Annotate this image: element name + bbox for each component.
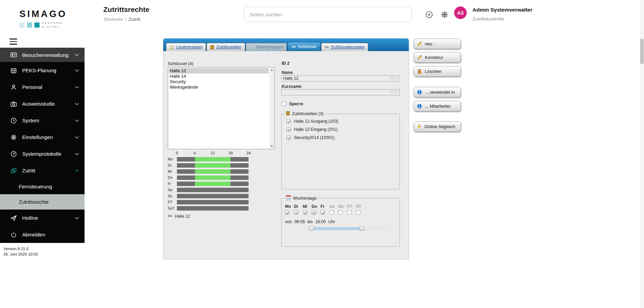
sidebar-item-label: Abmelden bbox=[22, 232, 45, 237]
sidebar-item-abmelden[interactable]: Abmelden bbox=[0, 226, 85, 243]
time-von-label: von bbox=[285, 219, 292, 224]
station-row: Halle 12 Ausgang (203) bbox=[286, 118, 400, 125]
breadcrumb-separator: / bbox=[125, 17, 126, 22]
list-item[interactable]: Werksgelände bbox=[169, 84, 269, 90]
station-checkbox[interactable] bbox=[286, 127, 291, 132]
menu-toggle-icon[interactable] bbox=[10, 38, 17, 46]
scroll-down-icon[interactable] bbox=[269, 144, 274, 149]
chart-row: Do bbox=[168, 174, 249, 181]
tab-label: Schlüsselgruppen bbox=[331, 45, 365, 49]
sidebar-item-hotline[interactable]: Hotline bbox=[0, 210, 85, 226]
slider-handle-start[interactable] bbox=[309, 226, 314, 231]
tab-zutrittsstellen[interactable]: Zutrittsstellen bbox=[207, 43, 245, 51]
sidebar-item-einstellungen[interactable]: Einstellungen bbox=[0, 129, 85, 145]
sidebar-item-label: Systemprotokolle bbox=[22, 151, 61, 157]
weekday-checkbox[interactable] bbox=[338, 210, 343, 215]
search-input[interactable] bbox=[244, 7, 412, 22]
list-item[interactable]: Security bbox=[169, 79, 269, 84]
sidebar-item-personal[interactable]: Personal bbox=[0, 79, 85, 95]
weekday-checkbox[interactable] bbox=[329, 210, 334, 215]
station-checkbox[interactable] bbox=[286, 136, 291, 140]
power-icon bbox=[10, 231, 17, 238]
tab-schluesselgruppen[interactable]: Schlüsselgruppen bbox=[321, 43, 368, 51]
correction-button[interactable]: Korrektur bbox=[414, 52, 461, 63]
weekday-checkbox[interactable] bbox=[294, 210, 298, 215]
sidebar-item-label: Personal bbox=[22, 84, 42, 90]
door-station-icon bbox=[210, 45, 214, 49]
sidebar-item-systemprotokolle[interactable]: Systemprotokolle bbox=[0, 145, 85, 162]
slider-handle-end[interactable] bbox=[360, 226, 364, 231]
sidebar-subitem-zutrittsrechte[interactable]: Zutrittsrechte bbox=[0, 194, 85, 210]
sidebar-item-peks-planung[interactable]: PEKS-Planung bbox=[0, 62, 85, 79]
weekday-checkbox[interactable] bbox=[312, 210, 316, 215]
svg-text:14: 14 bbox=[287, 197, 290, 200]
kurzname-input[interactable] bbox=[281, 89, 400, 95]
chevron-down-icon bbox=[75, 53, 79, 56]
sidebar-item-system[interactable]: System bbox=[0, 112, 85, 129]
chevron-down-icon bbox=[75, 86, 79, 89]
name-input[interactable] bbox=[281, 75, 400, 81]
chart-row: Fr bbox=[168, 181, 249, 187]
sidebar-item-zutritt[interactable]: Zutritt bbox=[0, 162, 85, 179]
app-logo: SIMAGO PERFORM DIGITAL bbox=[19, 9, 67, 29]
weekday-checkbox[interactable] bbox=[320, 210, 325, 215]
kurzname-counter: 10/10 bbox=[390, 90, 398, 94]
weekday-checkbox[interactable] bbox=[303, 210, 307, 215]
avatar[interactable]: AS bbox=[454, 6, 467, 19]
employees-button[interactable]: ... Mitarbeiter bbox=[414, 101, 461, 111]
list-item[interactable]: Halle 14 bbox=[169, 74, 269, 79]
sidebar: SIMAGO PERFORM DIGITAL Besucherverwaltun… bbox=[0, 0, 85, 308]
user-role: Zutrittskontrolle bbox=[473, 16, 504, 21]
chevron-down-icon bbox=[75, 153, 79, 155]
online-sync-button[interactable]: Online Abgleich bbox=[414, 121, 461, 132]
weekday-checkbox[interactable] bbox=[356, 210, 360, 215]
list-item[interactable]: Halle 12 bbox=[169, 68, 269, 74]
sidebar-item-besucherverwaltung[interactable]: Besucherverwaltung bbox=[0, 48, 85, 62]
page-title: Zutrittsrechte bbox=[103, 5, 149, 14]
delete-button[interactable]: Löschen bbox=[414, 66, 461, 77]
weekday-checkbox[interactable] bbox=[285, 210, 289, 215]
sidebar-subitem-fernsteuerung[interactable]: Fernsteuerung bbox=[0, 179, 85, 194]
button-label: ... Mitarbeiter bbox=[425, 104, 451, 109]
key-icon bbox=[168, 213, 173, 219]
scroll-up-icon[interactable] bbox=[269, 68, 274, 72]
listbox-scrollbar[interactable] bbox=[269, 68, 274, 149]
station-checkbox[interactable] bbox=[286, 119, 291, 124]
sperre-label: Sperre bbox=[289, 101, 303, 106]
people-icon bbox=[249, 45, 254, 49]
weekday-column: FT bbox=[347, 204, 356, 215]
tab-schluessel[interactable]: Schlüssel bbox=[287, 42, 320, 51]
button-label: Online Abgleich bbox=[424, 124, 455, 129]
name-counter: 42/50 bbox=[390, 76, 398, 80]
tab-label: Lesergruppen bbox=[176, 45, 203, 49]
weekday-checkbox[interactable] bbox=[347, 210, 351, 215]
logo-square-dark bbox=[34, 22, 40, 28]
chart-row: SoT bbox=[168, 205, 249, 211]
page-scrollbar[interactable] bbox=[640, 0, 644, 308]
used-in-button[interactable]: ... verwendet in bbox=[414, 87, 461, 97]
logo-square-light bbox=[19, 22, 25, 28]
breadcrumb-home[interactable]: Startseite bbox=[104, 17, 123, 22]
weekday-label: Di bbox=[294, 204, 303, 209]
breadcrumb-current: Zutritt bbox=[129, 17, 140, 22]
time-start-value: 06:05 bbox=[294, 219, 305, 224]
gear-icon[interactable] bbox=[440, 11, 449, 19]
compass-icon[interactable] bbox=[425, 11, 433, 19]
tab-bar: Lesergruppen Zutrittsstellen Relaisgrupp… bbox=[163, 38, 409, 51]
tab-lesergruppen[interactable]: Lesergruppen bbox=[166, 43, 206, 51]
app-version: Version 8.21.0 26. Juni 2025 10:02 bbox=[3, 246, 38, 257]
scrollbar-thumb[interactable] bbox=[640, 38, 644, 64]
weekday-label: FT bbox=[347, 204, 356, 209]
sperre-checkbox[interactable] bbox=[282, 102, 286, 106]
stations-group-label: Zutrittsstellen (3) bbox=[292, 111, 324, 116]
key-list[interactable]: Halle 12Halle 14SecurityWerksgelände bbox=[168, 67, 274, 149]
station-label: Halle 12 Ausgang (203) bbox=[294, 119, 339, 124]
weekday-column: Di bbox=[294, 204, 303, 215]
chart-row: So bbox=[168, 193, 249, 199]
logo-word: SIMAGO bbox=[19, 9, 67, 19]
weekday-column: So bbox=[338, 204, 347, 215]
sidebar-item-ausweisstudio[interactable]: Ausweisstudio bbox=[0, 95, 85, 112]
new-button[interactable]: neu bbox=[414, 38, 461, 49]
chevron-down-icon bbox=[75, 136, 79, 139]
button-label: Korrektur bbox=[425, 55, 443, 60]
